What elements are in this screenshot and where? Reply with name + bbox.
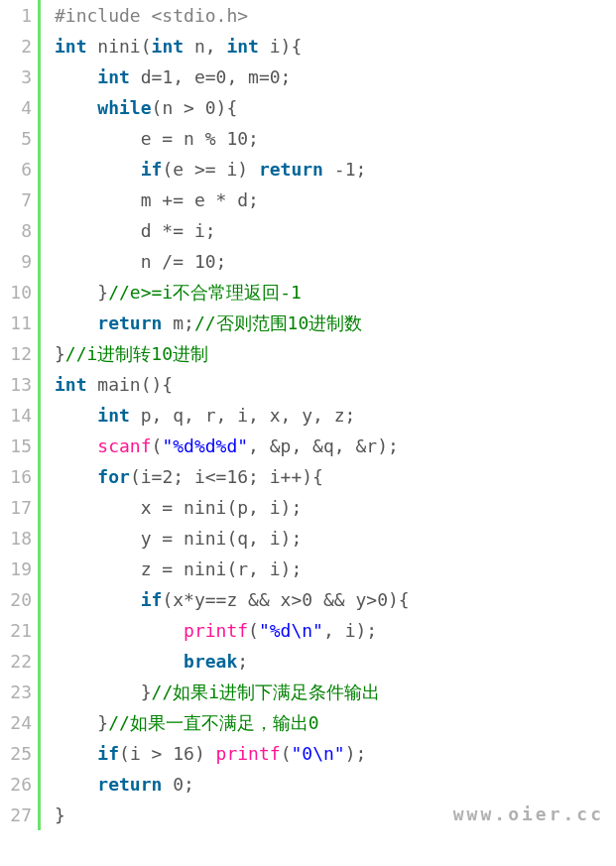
code-line: return m;//否则范围10进制数 (55, 308, 616, 338)
code-line: z = nini(r, i); (55, 554, 616, 584)
code-line: d *= i; (55, 215, 616, 246)
code-line: y = nini(q, i); (55, 523, 616, 554)
line-number: 13 (0, 369, 32, 400)
code-line: }//如果i进制下满足条件输出 (55, 677, 616, 707)
code-line: }//如果一直不满足，输出0 (55, 707, 616, 738)
code-line: printf("%d\n", i); (55, 615, 616, 646)
line-number: 16 (0, 461, 32, 492)
code-line: }//e>=i不合常理返回-1 (55, 277, 616, 308)
line-number: 12 (0, 338, 32, 369)
line-number: 26 (0, 769, 32, 800)
code-line: int p, q, r, i, x, y, z; (55, 400, 616, 431)
code-line: }//i进制转10进制 (55, 338, 616, 369)
code-line: for(i=2; i<=16; i++){ (55, 461, 616, 492)
line-number: 3 (0, 62, 32, 92)
code-line: x = nini(p, i); (55, 492, 616, 523)
code-line: int main(){ (55, 369, 616, 400)
line-number-gutter: 1234567891011121314151617181920212223242… (0, 0, 38, 830)
line-number: 7 (0, 185, 32, 215)
line-number: 23 (0, 677, 32, 707)
code-line: break; (55, 646, 616, 677)
line-number: 27 (0, 800, 32, 830)
line-number: 18 (0, 523, 32, 554)
code-line: m += e * d; (55, 185, 616, 215)
code-line: int nini(int n, int i){ (55, 31, 616, 62)
line-number: 15 (0, 431, 32, 461)
line-number: 5 (0, 123, 32, 154)
code-line: e = n % 10; (55, 123, 616, 154)
code-snippet: 1234567891011121314151617181920212223242… (0, 0, 616, 830)
line-number: 4 (0, 92, 32, 123)
code-line: if(x*y==z && x>0 && y>0){ (55, 584, 616, 615)
line-number: 20 (0, 584, 32, 615)
code-line: if(i > 16) printf("0\n"); (55, 738, 616, 769)
line-number: 22 (0, 646, 32, 677)
line-number: 1 (0, 0, 32, 31)
line-number: 14 (0, 400, 32, 431)
code-line: #include <stdio.h> (55, 0, 616, 31)
line-number: 9 (0, 246, 32, 277)
line-number: 8 (0, 215, 32, 246)
line-number: 19 (0, 554, 32, 584)
code-line: return 0; (55, 769, 616, 800)
code-line: n /= 10; (55, 246, 616, 277)
line-number: 11 (0, 308, 32, 338)
watermark: www.oier.cc (453, 804, 604, 824)
line-number: 17 (0, 492, 32, 523)
code-line: if(e >= i) return -1; (55, 154, 616, 185)
code-line: int d=1, e=0, m=0; (55, 62, 616, 92)
code-area: #include <stdio.h>int nini(int n, int i)… (41, 0, 616, 830)
line-number: 10 (0, 277, 32, 308)
code-line: scanf("%d%d%d", &p, &q, &r); (55, 431, 616, 461)
code-line: while(n > 0){ (55, 92, 616, 123)
line-number: 21 (0, 615, 32, 646)
line-number: 24 (0, 707, 32, 738)
line-number: 6 (0, 154, 32, 185)
line-number: 25 (0, 738, 32, 769)
line-number: 2 (0, 31, 32, 62)
